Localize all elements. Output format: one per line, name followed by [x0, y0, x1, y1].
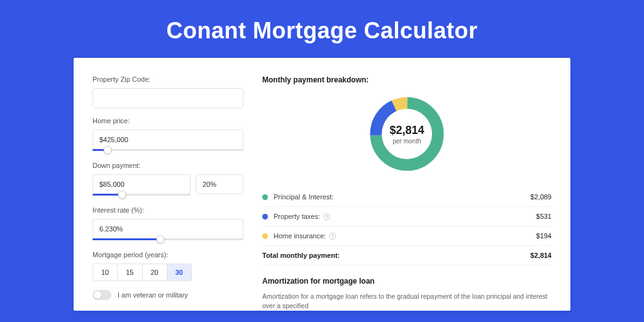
- dot-icon: [262, 194, 268, 200]
- down-slider-thumb[interactable]: [118, 191, 126, 199]
- price-field: Home price:: [92, 117, 243, 153]
- legend-text: Home insurance:: [274, 232, 326, 240]
- calculator-card: Property Zip Code: Home price: Down paym…: [74, 58, 570, 311]
- breakdown-column: Monthly payment breakdown: $2,814 per mo…: [262, 75, 552, 311]
- period-field: Mortgage period (years): 10 15 20 30: [92, 251, 243, 281]
- down-label: Down payment:: [92, 162, 243, 169]
- rate-input[interactable]: [92, 219, 243, 239]
- period-label: Mortgage period (years):: [92, 251, 243, 258]
- period-option-30[interactable]: 30: [167, 264, 192, 281]
- legend-principal: Principal & Interest: $2,089: [262, 187, 552, 207]
- donut-chart: $2,814 per month: [366, 93, 448, 175]
- toggle-knob: [94, 291, 101, 299]
- inputs-column: Property Zip Code: Home price: Down paym…: [92, 75, 243, 311]
- legend-value-total: $2,814: [530, 252, 552, 259]
- period-group: 10 15 20 30: [92, 264, 243, 281]
- down-field: Down payment:: [92, 162, 243, 197]
- period-option-15[interactable]: 15: [118, 264, 142, 281]
- rate-slider[interactable]: [92, 238, 243, 242]
- down-amount-input[interactable]: [92, 174, 191, 194]
- legend-value-taxes: $531: [536, 213, 552, 220]
- dot-icon: [262, 214, 268, 219]
- zip-label: Property Zip Code:: [92, 75, 243, 83]
- legend-label-total: Total monthly payment:: [262, 252, 530, 259]
- legend-text: Property taxes:: [274, 213, 320, 220]
- legend-label-taxes: Property taxes: ?: [274, 213, 536, 220]
- legend-taxes: Property taxes: ? $531: [262, 207, 552, 226]
- rate-field: Interest rate (%):: [92, 206, 243, 242]
- zip-input[interactable]: [92, 88, 243, 108]
- amortization-heading: Amortization for mortgage loan: [262, 277, 552, 286]
- dot-icon: [262, 233, 268, 239]
- legend-label-principal: Principal & Interest:: [274, 193, 530, 201]
- veteran-row: I am veteran or military: [92, 290, 243, 300]
- down-pct-input[interactable]: [196, 174, 243, 194]
- rate-slider-thumb[interactable]: [157, 235, 165, 243]
- rate-label: Interest rate (%):: [92, 206, 243, 214]
- amortization-text: Amortization for a mortgage loan refers …: [262, 292, 552, 311]
- donut-sub: per month: [389, 138, 424, 145]
- veteran-toggle[interactable]: [92, 290, 111, 300]
- price-slider-thumb[interactable]: [104, 146, 112, 154]
- donut-center: $2,814 per month: [389, 124, 424, 145]
- amortization-section: Amortization for mortgage loan Amortizat…: [262, 277, 552, 311]
- period-option-20[interactable]: 20: [143, 264, 167, 281]
- legend-value-principal: $2,089: [530, 193, 552, 201]
- info-icon[interactable]: ?: [323, 213, 330, 220]
- page-title: Conant Mortgage Calculator: [0, 0, 644, 58]
- zip-field: Property Zip Code:: [92, 75, 243, 108]
- legend-label-insurance: Home insurance: ?: [274, 232, 536, 240]
- price-slider[interactable]: [92, 149, 243, 153]
- veteran-label: I am veteran or military: [118, 291, 188, 299]
- info-icon[interactable]: ?: [329, 233, 336, 240]
- donut-amount: $2,814: [389, 124, 424, 137]
- price-input[interactable]: [92, 130, 243, 150]
- period-option-10[interactable]: 10: [92, 264, 118, 281]
- donut-chart-wrap: $2,814 per month: [262, 93, 552, 175]
- price-label: Home price:: [92, 117, 243, 125]
- legend-value-insurance: $194: [536, 232, 552, 240]
- down-slider[interactable]: [92, 194, 191, 197]
- legend-insurance: Home insurance: ? $194: [262, 226, 552, 246]
- legend-total: Total monthly payment: $2,814: [262, 246, 552, 265]
- breakdown-heading: Monthly payment breakdown:: [262, 75, 552, 84]
